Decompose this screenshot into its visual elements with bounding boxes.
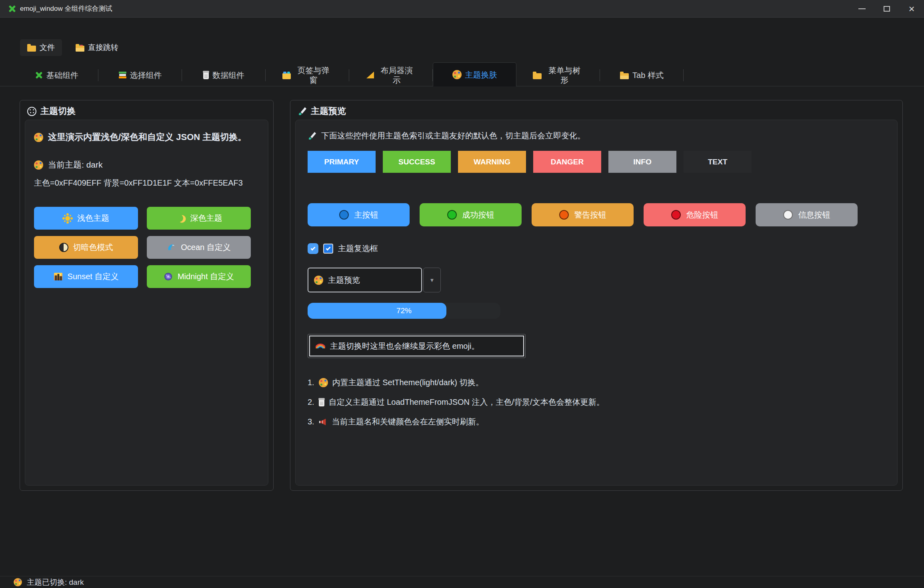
folder-icon [27, 46, 36, 52]
button-label: 主按钮 [354, 210, 378, 220]
tab-label: 基础组件 [46, 70, 78, 80]
menu-item-jump[interactable]: 直接跳转 [68, 39, 126, 56]
note-number: 2. [308, 398, 314, 407]
sunset-theme-button[interactable]: Sunset 自定义 [34, 265, 138, 288]
panel-body: 下面这些控件使用主题色索引或主题友好的默认色，切主题后会立即变化。 PRIMAR… [295, 120, 898, 486]
button-label: Sunset 自定义 [68, 271, 119, 282]
preview-buttons-row: 主按钮 成功按钮 警告按钮 危险按钮 信息按钮 [308, 203, 885, 226]
combobox-value: 主题预览 [328, 275, 360, 286]
check-icon [326, 246, 330, 250]
swatch-text: TEXT [684, 151, 752, 173]
tab-label: 选择组件 [130, 70, 162, 80]
paintbrush-icon [298, 107, 307, 116]
theme-colors-line: 主色=0xFF409EFF 背景=0xFF1D1E1F 文本=0xFFE5EAF… [34, 178, 259, 188]
combobox-dropdown-button[interactable]: ▼ [423, 268, 441, 292]
note-item-1: 1. 内置主题通过 SetTheme(light/dark) 切换。 [308, 377, 885, 388]
tab-label: 数据组件 [212, 70, 244, 80]
white-circle-icon [783, 210, 793, 220]
tab-tab-style[interactable]: Tab 样式 [600, 64, 684, 86]
button-label: 成功按钮 [462, 210, 494, 220]
menu-item-file[interactable]: 文件 [20, 39, 62, 56]
button-label: Midnight 自定义 [178, 271, 234, 282]
paintbrush-icon [308, 132, 316, 140]
danger-button[interactable]: 危险按钮 [644, 203, 746, 226]
triangle-ruler-icon [366, 72, 374, 78]
tab-label: 主题换肤 [465, 70, 497, 80]
palette-icon [319, 378, 328, 387]
swatch-success: SUCCESS [383, 151, 451, 173]
books-icon [119, 71, 126, 79]
maximize-icon [884, 6, 890, 12]
scroll-icon [203, 71, 209, 79]
rainbow-icon [316, 344, 325, 348]
status-text: 主题已切换: dark [27, 577, 84, 588]
megaphone-icon [319, 418, 328, 426]
button-label: Ocean 自定义 [181, 242, 230, 253]
note-item-3: 3. 当前主题名和关键颜色会在左侧实时刷新。 [308, 416, 885, 427]
swatch-warning: WARNING [458, 151, 526, 173]
midnight-theme-button[interactable]: Midnight 自定义 [147, 265, 251, 288]
tab-select-components[interactable]: 选择组件 [98, 64, 182, 86]
button-label: 切暗色模式 [73, 242, 113, 253]
blue-circle-icon [339, 210, 349, 220]
scroll-icon [319, 398, 324, 406]
swatch-info: INFO [608, 151, 676, 173]
button-label: 危险按钮 [686, 210, 718, 220]
city-sunset-icon [54, 272, 63, 281]
folder-icon [533, 73, 542, 79]
orange-circle-icon [559, 210, 569, 220]
wave-icon [167, 243, 176, 252]
combobox-field[interactable]: 主题预览 [308, 268, 422, 292]
panel-title: 主题切换 [40, 105, 76, 117]
swatch-label: DANGER [551, 158, 584, 166]
note-number: 1. [308, 378, 314, 387]
check-icon [310, 246, 315, 250]
maximize-button[interactable] [874, 0, 899, 17]
warning-button[interactable]: 警告按钮 [532, 203, 634, 226]
folder-open-icon [620, 73, 629, 79]
theme-progress-bar: 72% [308, 303, 500, 319]
intro-line: 这里演示内置浅色/深色和自定义 JSON 主题切换。 [34, 131, 259, 143]
note-text: 内置主题通过 SetTheme(light/dark) 切换。 [332, 377, 484, 388]
dark-theme-button[interactable]: 深色主题 [147, 207, 251, 230]
info-button[interactable]: 信息按钮 [756, 203, 858, 226]
milky-way-icon [164, 272, 173, 281]
text-input-value: 主题切换时这里也会继续显示彩色 emoji。 [330, 341, 479, 352]
note-number: 3. [308, 417, 314, 426]
theme-checkbox-row: 主题复选框 [308, 243, 885, 254]
palette-icon [34, 160, 43, 170]
toggle-dark-mode-button[interactable]: 切暗色模式 [34, 236, 138, 259]
theme-combobox: 主题预览 ▼ [308, 268, 885, 292]
primary-button[interactable]: 主按钮 [308, 203, 410, 226]
tab-pages-popups[interactable]: 页签与弹窗 [266, 64, 349, 86]
success-button[interactable]: 成功按钮 [420, 203, 522, 226]
minimize-button[interactable] [850, 0, 874, 17]
panel-header: 主题预览 [290, 100, 902, 117]
checkbox-label: 主题复选框 [338, 243, 378, 254]
green-x-icon [35, 71, 43, 79]
moon-icon [175, 214, 184, 223]
swatch-label: SUCCESS [398, 158, 435, 166]
tab-label: 布局器演示 [378, 66, 416, 85]
tab-label: 页签与弹窗 [294, 66, 333, 85]
tip-line: 下面这些控件使用主题色索引或主题友好的默认色，切主题后会立即变化。 [308, 130, 885, 141]
swatch-danger: DANGER [533, 151, 601, 173]
ocean-theme-button[interactable]: Ocean 自定义 [147, 236, 251, 259]
title-bar: emoji_window 全组件综合测试 × [0, 0, 924, 18]
palette-icon [314, 276, 323, 285]
theme-text-input[interactable]: 主题切换时这里也会继续显示彩色 emoji。 [308, 334, 526, 358]
light-theme-button[interactable]: 浅色主题 [34, 207, 138, 230]
tab-menu-tree[interactable]: 菜单与树形 [516, 64, 600, 86]
theme-preview-panel: 主题预览 下面这些控件使用主题色索引或主题友好的默认色，切主题后会立即变化。 P… [290, 100, 903, 491]
close-button[interactable]: × [899, 0, 924, 17]
button-label: 警告按钮 [574, 210, 606, 220]
tabs-icon [282, 73, 291, 79]
note-text: 当前主题名和关键颜色会在左侧实时刷新。 [332, 416, 484, 427]
tab-layout-demo[interactable]: 布局器演示 [349, 64, 433, 86]
tab-data-components[interactable]: 数据组件 [182, 64, 266, 86]
theme-checkbox[interactable] [308, 243, 318, 254]
tab-theme-skin[interactable]: 主题换肤 [433, 62, 516, 86]
tab-label: Tab 样式 [632, 70, 664, 80]
status-bar: 主题已切换: dark [0, 576, 924, 588]
tab-basic-components[interactable]: 基础组件 [15, 64, 98, 86]
